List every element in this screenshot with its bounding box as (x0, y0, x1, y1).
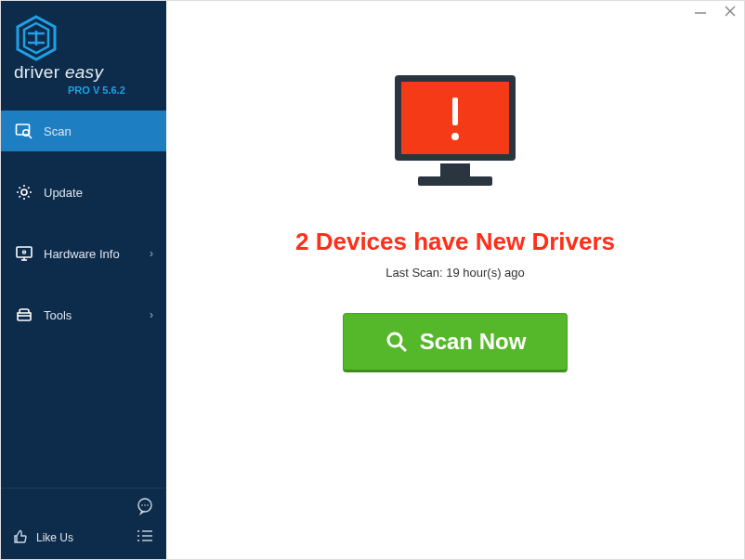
svg-rect-30 (440, 163, 470, 176)
chevron-right-icon: › (150, 247, 153, 260)
app-window: driver easy PRO V 5.6.2 Scan (0, 0, 745, 560)
svg-point-23 (137, 535, 139, 537)
brand-version: PRO V 5.6.2 (68, 85, 153, 96)
svg-line-10 (29, 136, 33, 139)
brand-block: driver easy PRO V 5.6.2 (1, 1, 166, 105)
chat-bubble-icon[interactable] (135, 496, 155, 520)
like-us-label: Like Us (36, 531, 73, 544)
sidebar-item-scan[interactable]: Scan (1, 111, 166, 151)
monitor-alert-illustration (381, 66, 529, 209)
minimize-button[interactable] (694, 5, 707, 21)
svg-point-11 (21, 189, 27, 195)
nav-label-tools: Tools (44, 308, 150, 322)
toolbox-icon (14, 305, 34, 325)
brand-name: driver easy (14, 62, 153, 83)
gear-icon (14, 182, 34, 202)
svg-rect-32 (452, 98, 458, 125)
svg-line-35 (399, 345, 406, 352)
window-controls (694, 5, 737, 21)
sidebar-nav: Scan Update (1, 111, 166, 356)
sidebar-item-update[interactable]: Update (1, 172, 166, 213)
svg-point-33 (451, 133, 459, 140)
scan-now-button[interactable]: Scan Now (343, 313, 569, 372)
thumbs-up-icon (12, 528, 29, 548)
scan-icon (14, 121, 34, 141)
brand-name-part1: driver (14, 62, 65, 82)
last-scan-text: Last Scan: 19 hour(s) ago (386, 266, 525, 280)
svg-point-21 (147, 504, 149, 506)
search-icon (385, 330, 409, 354)
nav-label-update: Update (44, 186, 153, 200)
main-panel: 2 Devices have New Drivers Last Scan: 19… (166, 1, 744, 559)
svg-point-19 (141, 504, 143, 506)
svg-point-34 (388, 333, 401, 346)
svg-rect-31 (418, 176, 492, 186)
sidebar-footer: Like Us (1, 488, 166, 559)
brand-logo-icon (14, 14, 59, 62)
svg-point-22 (137, 530, 139, 532)
brand-name-part2: easy (65, 62, 103, 82)
monitor-alert-icon: i (14, 243, 34, 264)
status-headline: 2 Devices have New Drivers (295, 228, 615, 256)
sidebar: driver easy PRO V 5.6.2 Scan (1, 1, 166, 559)
scan-now-label: Scan Now (420, 329, 527, 355)
svg-point-24 (137, 540, 139, 541)
menu-list-icon[interactable] (135, 526, 155, 550)
sidebar-item-hardware[interactable]: i Hardware Info › (1, 233, 166, 274)
chevron-right-icon: › (150, 308, 153, 321)
sidebar-item-tools[interactable]: Tools › (1, 294, 166, 335)
nav-label-scan: Scan (44, 124, 153, 138)
nav-label-hardware: Hardware Info (44, 247, 150, 261)
like-us-button[interactable]: Like Us (12, 528, 73, 548)
svg-point-20 (144, 504, 146, 506)
close-button[interactable] (724, 5, 737, 21)
